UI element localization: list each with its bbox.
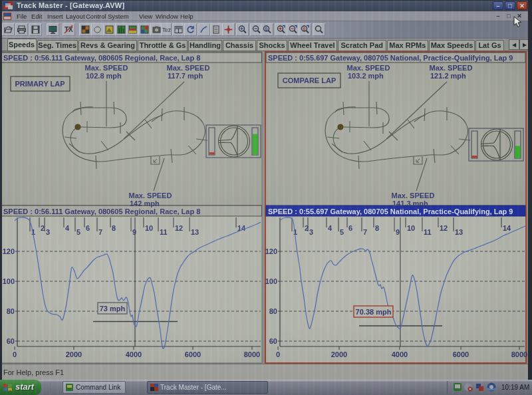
svg-text:4000: 4000 xyxy=(126,350,142,358)
svg-text:10: 10 xyxy=(407,224,415,232)
svg-text:13: 13 xyxy=(191,228,199,236)
svg-text:120: 120 xyxy=(265,247,277,255)
svg-text:2000: 2000 xyxy=(66,350,82,358)
svg-text:100: 100 xyxy=(265,277,277,285)
svg-text:100: 100 xyxy=(3,277,15,285)
svg-text:103.2 mph: 103.2 mph xyxy=(348,72,384,80)
svg-text:8000: 8000 xyxy=(511,350,527,358)
svg-text:5: 5 xyxy=(76,228,80,236)
svg-text:60: 60 xyxy=(7,337,15,345)
svg-text:8: 8 xyxy=(375,224,379,232)
svg-text:6: 6 xyxy=(86,224,90,232)
svg-text:120: 120 xyxy=(3,247,15,255)
svg-text:12: 12 xyxy=(175,224,183,232)
svg-text:COMPARE LAP: COMPARE LAP xyxy=(283,76,336,84)
svg-text:73 mph: 73 mph xyxy=(100,305,126,313)
svg-text:121.2 mph: 121.2 mph xyxy=(430,72,466,80)
svg-text:4: 4 xyxy=(328,224,332,232)
svg-text:8000: 8000 xyxy=(244,350,260,358)
svg-text:Tez: Tez xyxy=(162,27,171,33)
svg-text:Max. SPEED: Max. SPEED xyxy=(392,192,435,199)
svg-text:142 mph: 142 mph xyxy=(130,199,160,207)
svg-text:102.8 mph: 102.8 mph xyxy=(86,72,122,80)
svg-text:2000: 2000 xyxy=(331,350,347,358)
svg-text:9: 9 xyxy=(396,228,400,236)
svg-text:SPEED : 0:56.111 Gateway, 0806: SPEED : 0:56.111 Gateway, 080605 Regiona… xyxy=(3,54,200,62)
svg-text:117.7 mph: 117.7 mph xyxy=(168,72,203,80)
svg-text:Max. SPEED: Max. SPEED xyxy=(347,64,390,72)
svg-text:4000: 4000 xyxy=(392,350,408,358)
svg-text:11: 11 xyxy=(160,228,168,236)
svg-text:9: 9 xyxy=(132,228,136,236)
svg-text:0: 0 xyxy=(276,350,280,358)
svg-text:6: 6 xyxy=(348,224,352,232)
svg-text:0: 0 xyxy=(303,27,306,31)
svg-text:4: 4 xyxy=(65,224,70,232)
svg-text:12: 12 xyxy=(440,224,448,232)
svg-text:80: 80 xyxy=(269,307,277,315)
svg-text:80: 80 xyxy=(7,307,15,315)
svg-text:6000: 6000 xyxy=(453,350,469,358)
svg-text:2: 2 xyxy=(41,224,45,232)
svg-text:SPEED : 0:55.697 Gateway, 0807: SPEED : 0:55.697 Gateway, 080705 Nationa… xyxy=(268,207,513,215)
svg-text:SPEED : 0:55.697 Gateway, 0807: SPEED : 0:55.697 Gateway, 080705 Nationa… xyxy=(268,54,513,62)
svg-text:0: 0 xyxy=(13,350,17,358)
svg-text:141.3 mph: 141.3 mph xyxy=(392,199,428,207)
svg-text:13: 13 xyxy=(455,228,463,236)
svg-text:Max. SPEED: Max. SPEED xyxy=(129,192,172,199)
svg-text:14: 14 xyxy=(503,224,511,232)
svg-text:11: 11 xyxy=(424,228,432,236)
svg-text:0: 0 xyxy=(265,27,268,31)
svg-text:6000: 6000 xyxy=(185,350,201,358)
svg-text:SPEED : 0:56.111 Gateway, 0806: SPEED : 0:56.111 Gateway, 080605 Regiona… xyxy=(3,207,200,215)
svg-text:7: 7 xyxy=(363,228,367,236)
svg-text:5: 5 xyxy=(340,228,344,236)
svg-text:3: 3 xyxy=(309,228,313,236)
svg-text:10: 10 xyxy=(145,224,153,232)
svg-text:3: 3 xyxy=(46,228,50,236)
svg-text:PRIMARY LAP: PRIMARY LAP xyxy=(15,80,65,88)
svg-text:Max. SPEED: Max. SPEED xyxy=(167,64,210,72)
svg-text:70.38 mph: 70.38 mph xyxy=(356,308,392,316)
svg-text:Max. SPEED: Max. SPEED xyxy=(85,64,128,72)
svg-text:7: 7 xyxy=(98,228,102,236)
svg-text:Max. SPEED: Max. SPEED xyxy=(430,64,473,72)
svg-text:8: 8 xyxy=(112,224,116,232)
svg-text:60: 60 xyxy=(269,337,277,345)
